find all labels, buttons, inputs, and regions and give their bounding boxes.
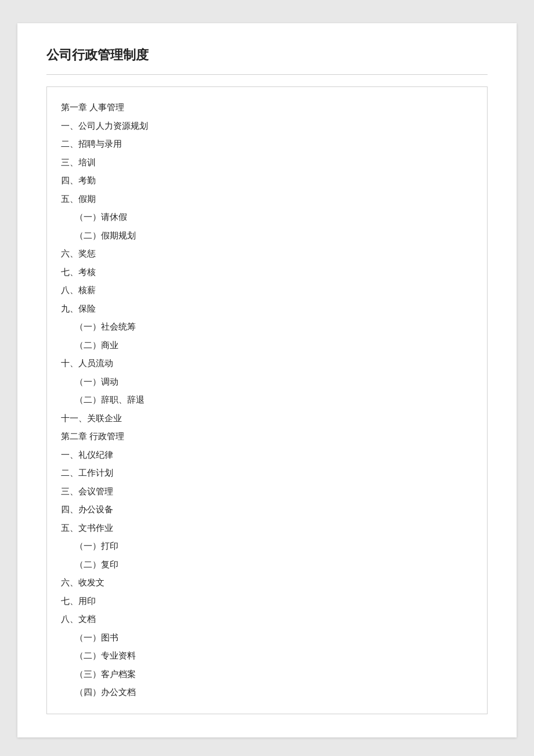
toc-container: 第一章 人事管理一、公司人力资源规划二、招聘与录用三、培训四、考勤五、假期（一）… xyxy=(46,86,488,714)
toc-item: 三、会议管理 xyxy=(61,483,473,501)
toc-item: 八、文档 xyxy=(61,610,473,629)
toc-item: （四）办公文档 xyxy=(61,683,473,702)
toc-item: （一）图书 xyxy=(61,629,473,648)
toc-item: 八、核薪 xyxy=(61,281,473,300)
toc-item: 六、奖惩 xyxy=(61,245,473,263)
toc-item: （三）客户档案 xyxy=(61,665,473,684)
toc-item: 七、考核 xyxy=(61,263,473,282)
toc-item: 四、办公设备 xyxy=(61,501,473,519)
toc-item: 第一章 人事管理 xyxy=(61,99,473,117)
toc-item: 五、假期 xyxy=(61,190,473,209)
toc-item: 四、考勤 xyxy=(61,172,473,190)
toc-item: （二）商业 xyxy=(61,337,473,355)
toc-item: 十一、关联企业 xyxy=(61,410,473,428)
toc-item: 第二章 行政管理 xyxy=(61,428,473,446)
document-title: 公司行政管理制度 xyxy=(46,46,488,75)
toc-item: 二、招聘与录用 xyxy=(61,135,473,154)
toc-item: 五、文书作业 xyxy=(61,519,473,538)
toc-item: （二）专业资料 xyxy=(61,647,473,665)
toc-item: （一）请休假 xyxy=(61,208,473,227)
toc-item: 二、工作计划 xyxy=(61,464,473,483)
toc-item: 六、收发文 xyxy=(61,574,473,592)
toc-item: （一）调动 xyxy=(61,373,473,392)
toc-item: （一）社会统筹 xyxy=(61,318,473,337)
toc-item: （一）打印 xyxy=(61,537,473,556)
toc-item: 十、人员流动 xyxy=(61,355,473,373)
toc-item: （二）辞职、辞退 xyxy=(61,391,473,410)
toc-item: 九、保险 xyxy=(61,300,473,319)
page-container: 公司行政管理制度 第一章 人事管理一、公司人力资源规划二、招聘与录用三、培训四、… xyxy=(17,23,517,737)
toc-item: 一、公司人力资源规划 xyxy=(61,117,473,136)
toc-item: 七、用印 xyxy=(61,592,473,611)
toc-item: （二）假期规划 xyxy=(61,227,473,245)
toc-item: 一、礼仪纪律 xyxy=(61,446,473,465)
toc-item: （二）复印 xyxy=(61,556,473,574)
toc-item: 三、培训 xyxy=(61,154,473,172)
